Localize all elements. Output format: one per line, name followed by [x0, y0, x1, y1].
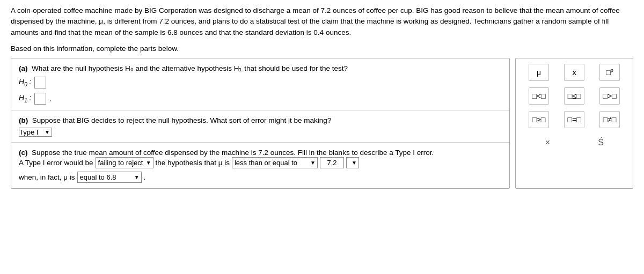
x-close-symbol: ×: [545, 138, 550, 147]
part-b-section: (b) Suppose that BIG decides to reject t…: [11, 110, 509, 143]
sentence-start: A Type I error would be: [19, 157, 93, 169]
lt-symbol: □<□: [532, 92, 545, 100]
part-b-question: (b) Suppose that BIG decides to reject t…: [19, 116, 331, 124]
lte-symbol: □≤□: [568, 92, 581, 100]
type-i-row: Type I Type II ▼: [19, 128, 502, 137]
s-button[interactable]: Ś: [591, 135, 611, 151]
part-c-section: (c) Suppose the true mean amount of coff…: [11, 143, 509, 188]
gt-button[interactable]: □>□: [599, 87, 620, 105]
sentence-mid: the hypothesis that μ is: [156, 157, 230, 169]
part-a-section: (a) What are the null hypothesis H₀ and …: [11, 58, 509, 110]
part-c-question: (c) Suppose the true mean amount of coff…: [19, 149, 434, 157]
mu-button[interactable]: μ: [529, 64, 549, 81]
sentence-period: .: [144, 173, 146, 181]
action-dropdown[interactable]: failing to reject rejecting: [96, 157, 153, 168]
type-error-dropdown-wrapper: Type I Type II ▼: [19, 128, 52, 137]
lte-button[interactable]: □≤□: [564, 87, 584, 105]
symbol-row-4: × Ś: [521, 135, 627, 151]
part-b-label: (b): [19, 116, 28, 124]
gt-symbol: □>□: [603, 92, 616, 100]
part-b-question-text: Suppose that BIG decides to reject the n…: [32, 116, 332, 124]
h0-input-box[interactable]: [34, 77, 46, 88]
symbol-row-1: μ x̄ □p: [521, 64, 627, 81]
value-extra-dropdown[interactable]: [346, 157, 359, 168]
part-a-question-text: What are the null hypothesis H₀ and the …: [32, 64, 348, 72]
gte-symbol: □≥□: [532, 115, 546, 124]
symbol-row-2: □<□ □≤□ □>□: [521, 87, 627, 105]
symbol-row-3: □≥□ □=□ □≠□: [521, 111, 627, 128]
s-symbol: Ś: [598, 138, 604, 147]
eq-button[interactable]: □=□: [564, 111, 584, 128]
neq-button[interactable]: □≠□: [599, 111, 620, 128]
condition-dropdown[interactable]: less than less than or equal to greater …: [232, 157, 318, 168]
neq-symbol: □≠□: [603, 115, 617, 124]
gte-button[interactable]: □≥□: [529, 111, 549, 128]
eq-symbol: □=□: [567, 115, 581, 124]
h1-row: H1 : .: [19, 93, 502, 105]
part-c-label: (c): [19, 149, 28, 157]
value-input[interactable]: [320, 157, 344, 168]
left-panel: (a) What are the null hypothesis H₀ and …: [11, 58, 510, 189]
mu-symbol: μ: [537, 68, 541, 77]
part-a-label: (a): [19, 64, 28, 72]
xbar-button[interactable]: x̄: [564, 64, 584, 81]
xbar-symbol: x̄: [572, 68, 576, 77]
part-c-question-text: Suppose the true mean amount of coffee d…: [32, 149, 434, 157]
type-error-sentence: A Type I error would be failing to rejec…: [19, 157, 502, 169]
square-p-button[interactable]: □p: [599, 64, 620, 81]
intro-paragraph: A coin-operated coffee machine made by B…: [11, 5, 633, 38]
based-on-text: Based on this information, complete the …: [11, 45, 633, 53]
part-a-question: (a) What are the null hypothesis H₀ and …: [19, 64, 348, 72]
condition-dropdown-wrapper: less than less than or equal to greater …: [232, 157, 318, 168]
value-extra-dropdown-wrapper: ▼: [346, 157, 359, 168]
h1-period: .: [49, 94, 52, 103]
when-text: when, in fact, μ is: [19, 173, 75, 181]
h1-input-box[interactable]: [34, 93, 46, 105]
right-panel: μ x̄ □p □<□ □≤□ □>□ □≥□: [515, 58, 633, 189]
action-dropdown-wrapper: failing to reject rejecting ▼: [96, 157, 153, 168]
x-close-button[interactable]: ×: [538, 135, 558, 151]
main-layout: (a) What are the null hypothesis H₀ and …: [11, 58, 633, 189]
fact-dropdown[interactable]: equal to 6.8 equal to 7.2 less than 7.2 …: [77, 172, 142, 183]
h0-label: H0 :: [19, 77, 31, 87]
when-row: when, in fact, μ is equal to 6.8 equal t…: [19, 172, 502, 183]
fact-dropdown-wrapper: equal to 6.8 equal to 7.2 less than 7.2 …: [77, 172, 142, 183]
square-p-symbol: □p: [606, 68, 613, 77]
type-error-dropdown[interactable]: Type I Type II: [19, 128, 52, 137]
lt-button[interactable]: □<□: [529, 87, 549, 105]
h1-label: H1 :: [19, 93, 31, 103]
h0-row: H0 :: [19, 77, 502, 88]
